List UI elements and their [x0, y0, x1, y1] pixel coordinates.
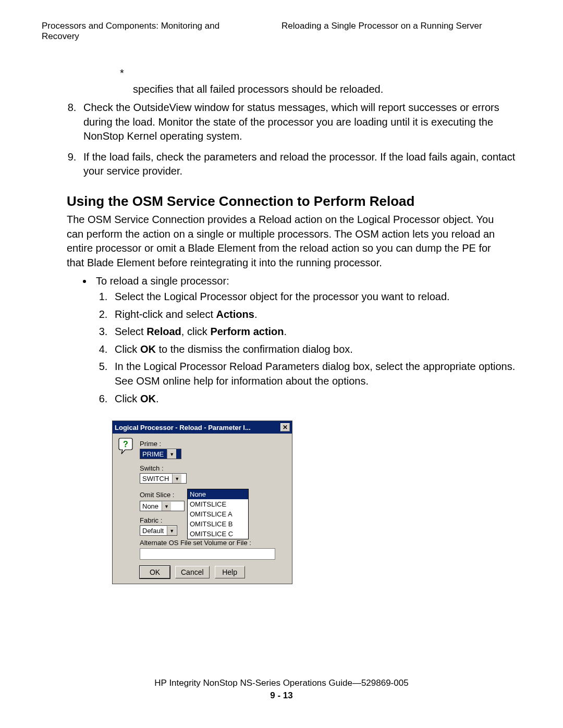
inner-step-5: In the Logical Processor Reload Paramete…: [111, 360, 521, 388]
omit-label: Omit Slice :: [140, 491, 174, 499]
switch-label: Switch :: [140, 464, 288, 472]
inner-step-6: Click OK.: [111, 392, 521, 406]
header-right: Reloading a Single Processor on a Runnin…: [282, 21, 521, 42]
asterisk-desc: specifies that all failed processors sho…: [133, 83, 521, 95]
fabric-select[interactable]: Default ▼: [140, 525, 177, 536]
bullet-item: To reload a single processor: Select the…: [93, 274, 521, 406]
omit-option-a[interactable]: OMITSLICE A: [188, 509, 248, 519]
help-balloon-icon: ?: [117, 438, 140, 578]
omit-slice-row: Omit Slice : None ▼ None OMITSLICE OMITS…: [140, 489, 288, 536]
cancel-label: Cancel: [181, 568, 204, 576]
bold-perform: Perform action: [210, 326, 284, 337]
cancel-button[interactable]: Cancel: [175, 566, 210, 578]
dialog-title: Logical Processor - Reload - Parameter I…: [115, 424, 280, 431]
prime-value: PRIME: [140, 449, 167, 459]
section-heading: Using the OSM Service Connection to Perf…: [67, 193, 521, 209]
text: Click: [115, 393, 140, 404]
fabric-label: Fabric :: [140, 516, 162, 524]
section-paragraph: The OSM Service Connection provides a Re…: [67, 213, 511, 270]
asterisk: *: [120, 63, 521, 83]
ok-button[interactable]: OK: [140, 566, 170, 578]
omit-slice-options[interactable]: None OMITSLICE OMITSLICE A OMITSLICE B O…: [187, 489, 249, 539]
chevron-down-icon: ▼: [172, 474, 181, 483]
omit-option-none[interactable]: None: [188, 489, 248, 499]
inner-step-2: Right-click and select Actions.: [111, 307, 521, 322]
prime-select[interactable]: PRIME ▼: [140, 449, 181, 459]
footer-line: HP Integrity NonStop NS-Series Operation…: [0, 677, 563, 689]
close-button[interactable]: ✕: [280, 423, 290, 431]
text: .: [284, 326, 287, 337]
bold-ok: OK: [140, 343, 156, 355]
close-icon: ✕: [283, 424, 288, 431]
alt-os-input[interactable]: [140, 548, 275, 560]
chevron-down-icon: ▼: [167, 526, 176, 535]
switch-value: SWITCH: [140, 474, 172, 483]
reload-parameters-dialog: Logical Processor - Reload - Parameter I…: [112, 421, 292, 584]
alt-os-label: Alternate OS File set Volume or File :: [140, 539, 288, 547]
svg-text:?: ?: [123, 440, 128, 449]
page-footer: HP Integrity NonStop NS-Series Operation…: [0, 677, 563, 702]
step-8: Check the OutsideView window for status …: [79, 101, 521, 144]
bullet-intro: To reload a single processor:: [96, 275, 229, 287]
asterisk-block: * specifies that all failed processors s…: [120, 63, 521, 95]
fabric-value: Default: [140, 526, 167, 535]
dialog-titlebar[interactable]: Logical Processor - Reload - Parameter I…: [113, 421, 292, 434]
prime-label: Prime :: [140, 440, 288, 448]
help-label: Help: [222, 568, 237, 576]
text: Right-click and select: [115, 309, 216, 320]
text: .: [156, 393, 159, 404]
step-9: If the load fails, check the parameters …: [79, 150, 521, 179]
chevron-down-icon: ▼: [167, 449, 176, 459]
text: Select: [115, 326, 146, 337]
switch-select[interactable]: SWITCH ▼: [140, 473, 187, 484]
omit-value: None: [140, 501, 162, 511]
omit-option-c[interactable]: OMITSLICE C: [188, 529, 248, 539]
page-number: 9 - 13: [0, 689, 563, 702]
bullet-list: To reload a single processor: Select the…: [78, 274, 521, 406]
omit-slice-select[interactable]: None ▼: [140, 501, 185, 511]
header-left: Processors and Components: Monitoring an…: [42, 21, 258, 42]
text: Click: [115, 343, 140, 355]
chevron-down-icon: ▼: [162, 501, 171, 511]
inner-step-4: Click OK to the dismiss the confirmation…: [111, 342, 521, 357]
inner-step-3: Select Reload, click Perform action.: [111, 325, 521, 339]
continued-steps: Check the OutsideView window for status …: [79, 101, 521, 179]
bold-reload: Reload: [146, 326, 181, 337]
text: .: [254, 309, 258, 320]
help-button[interactable]: Help: [215, 566, 245, 578]
omit-option-omitslice[interactable]: OMITSLICE: [188, 499, 248, 509]
text: to the dismiss the confirmation dialog b…: [156, 343, 353, 355]
inner-step-1: Select the Logical Processor object for …: [111, 290, 521, 304]
bold-actions: Actions: [216, 309, 254, 320]
text: , click: [181, 326, 211, 337]
ok-label: OK: [150, 568, 160, 576]
bold-ok: OK: [140, 393, 156, 404]
page-header: Processors and Components: Monitoring an…: [42, 21, 521, 42]
inner-steps: Select the Logical Processor object for …: [111, 290, 521, 406]
omit-option-b[interactable]: OMITSLICE B: [188, 519, 248, 529]
